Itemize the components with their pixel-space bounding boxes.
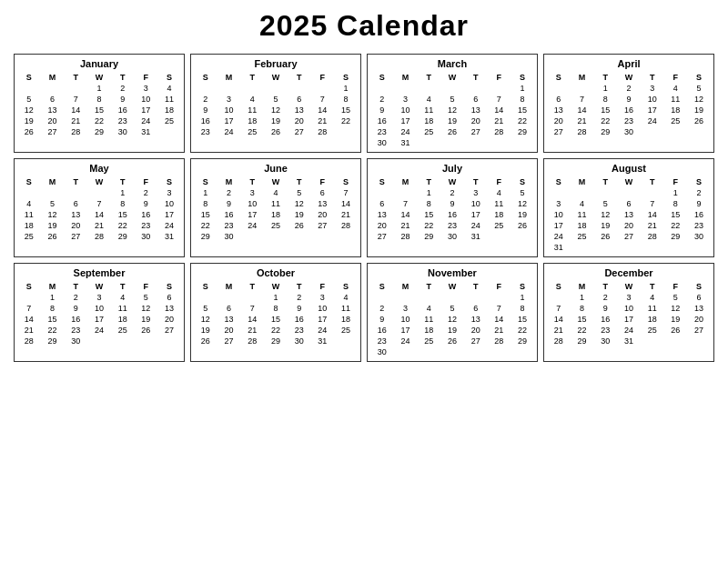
day-cell: 12 [288,198,311,209]
day-cell: 11 [641,303,664,314]
day-cell: 9 [217,198,241,209]
day-header: S [511,281,534,292]
week-row: 45678910 [17,198,181,209]
day-cell: 29 [41,336,65,346]
day-cell: 7 [641,198,664,209]
day-cell: 28 [87,231,111,242]
day-cell: 21 [571,115,594,126]
day-cell: 5 [194,303,217,314]
day-cell: 3 [394,94,418,105]
day-cell [488,137,511,148]
day-cell: 17 [135,105,158,115]
day-cell: 22 [194,220,217,231]
day-cell: 10 [394,314,418,325]
day-cell: 8 [41,303,65,314]
day-cell: 4 [334,292,358,303]
day-cell: 16 [194,115,217,126]
week-row: 21222324252627 [547,325,711,336]
week-row: 891011121314 [194,198,358,209]
day-cell: 20 [64,220,87,231]
day-cell: 21 [17,325,41,336]
day-cell [488,346,511,357]
day-header: T [64,176,87,187]
day-cell [417,83,440,94]
day-cell [370,187,394,198]
day-cell: 9 [687,198,711,209]
day-cell [417,137,440,148]
day-cell [311,83,335,94]
day-cell: 7 [488,303,511,314]
day-cell: 1 [111,187,135,198]
day-cell: 12 [593,209,617,220]
week-row: 2345678 [370,94,534,105]
day-cell: 19 [288,209,311,220]
day-cell: 30 [593,336,617,346]
day-cell [17,292,41,303]
day-cell: 11 [664,94,688,105]
week-row: 1234 [17,83,181,94]
day-cell: 26 [664,325,688,336]
week-row: 1234 [194,292,358,303]
day-cell: 7 [64,94,87,105]
day-cell: 5 [440,94,464,105]
day-cell: 15 [111,209,135,220]
day-cell [571,83,594,94]
day-cell: 8 [511,94,534,105]
week-row: 2930 [194,231,358,242]
day-cell [370,83,394,94]
day-header: F [488,72,511,83]
day-cell: 16 [370,325,394,336]
week-row: 27282930 [547,126,711,137]
month-table: SMTWTFS123456789101112131415161718192021… [194,176,358,242]
day-cell: 4 [417,94,440,105]
day-cell: 25 [664,115,688,126]
day-cell [240,231,264,242]
week-row: 16171819202122 [194,115,358,126]
day-header: T [417,176,440,187]
month-title: October [194,267,358,278]
day-cell: 13 [311,198,335,209]
day-header: S [157,72,181,83]
day-cell: 16 [111,105,135,115]
day-cell [571,242,594,253]
day-cell: 30 [111,126,135,137]
day-header: M [41,176,65,187]
day-header: W [440,176,464,187]
month-february: FebruarySMTWTFS1234567891011121314151617… [190,54,361,153]
day-cell: 3 [217,94,241,105]
day-cell: 22 [87,115,111,126]
day-cell: 30 [440,231,464,242]
week-row: 13141516171819 [370,209,534,220]
day-cell: 1 [593,83,617,94]
day-cell: 10 [464,198,488,209]
day-cell: 23 [593,325,617,336]
day-header: M [217,72,241,83]
day-cell: 14 [64,105,87,115]
week-row: 6789101112 [547,94,711,105]
day-cell: 2 [135,187,158,198]
month-june: JuneSMTWTFS12345678910111213141516171819… [190,158,361,257]
week-row: 1 [370,292,534,303]
day-cell: 18 [488,209,511,220]
page-title: 2025 Calendar [14,9,714,43]
day-cell: 31 [617,336,641,346]
day-cell: 1 [417,187,440,198]
day-cell: 17 [87,314,111,325]
day-cell: 7 [547,303,571,314]
month-july: JulySMTWTFS12345678910111213141516171819… [367,158,538,257]
day-cell: 3 [157,187,181,198]
day-cell: 10 [240,198,264,209]
day-cell: 21 [641,220,664,231]
day-cell: 14 [547,314,571,325]
day-cell: 24 [641,115,664,126]
week-row: 123456 [17,292,181,303]
month-table: SMTWTFS123456789101112131415161718192021… [17,281,181,346]
week-row: 567891011 [194,303,358,314]
day-header: T [417,281,440,292]
day-cell: 15 [264,314,288,325]
day-cell: 27 [617,231,641,242]
day-cell: 18 [641,314,664,325]
day-header: W [264,176,288,187]
day-cell: 1 [334,83,358,94]
day-cell: 1 [511,292,534,303]
